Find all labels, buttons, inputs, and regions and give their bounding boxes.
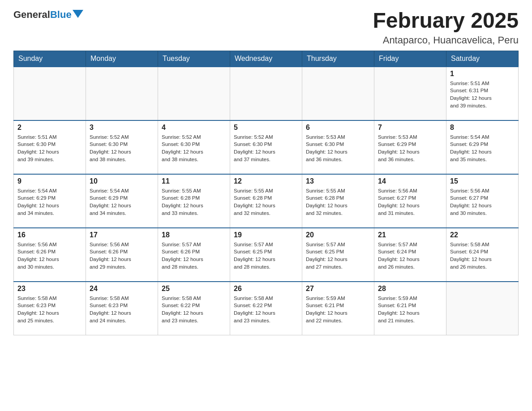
day-number: 19 [234,231,298,239]
day-info: Sunrise: 5:58 AM Sunset: 6:22 PM Dayligh… [162,295,226,325]
day-info: Sunrise: 5:58 AM Sunset: 6:22 PM Dayligh… [234,295,298,325]
day-number: 2 [17,124,82,132]
logo: GeneralBlue [13,9,83,21]
day-number: 16 [17,231,82,239]
day-info: Sunrise: 5:51 AM Sunset: 6:30 PM Dayligh… [17,133,82,163]
day-info: Sunrise: 5:58 AM Sunset: 6:23 PM Dayligh… [90,295,154,325]
day-info: Sunrise: 5:58 AM Sunset: 6:23 PM Dayligh… [17,295,82,325]
day-info: Sunrise: 5:52 AM Sunset: 6:30 PM Dayligh… [90,133,154,163]
calendar-week-row: 16Sunrise: 5:56 AM Sunset: 6:26 PM Dayli… [14,228,519,282]
day-info: Sunrise: 5:56 AM Sunset: 6:26 PM Dayligh… [90,241,154,271]
calendar-cell: 7Sunrise: 5:53 AM Sunset: 6:29 PM Daylig… [374,120,446,174]
calendar-cell: 20Sunrise: 5:57 AM Sunset: 6:25 PM Dayli… [302,228,374,282]
calendar-cell: 23Sunrise: 5:58 AM Sunset: 6:23 PM Dayli… [14,282,86,335]
day-number: 6 [306,124,370,132]
day-number: 10 [90,177,154,185]
day-number: 14 [378,177,442,185]
calendar-table: SundayMondayTuesdayWednesdayThursdayFrid… [13,51,519,336]
day-number: 20 [306,231,370,239]
calendar-cell: 10Sunrise: 5:54 AM Sunset: 6:29 PM Dayli… [86,174,158,228]
header-saturday: Saturday [446,51,519,67]
calendar-cell: 3Sunrise: 5:52 AM Sunset: 6:30 PM Daylig… [86,120,158,174]
day-info: Sunrise: 5:56 AM Sunset: 6:27 PM Dayligh… [378,187,442,217]
day-number: 9 [17,177,82,185]
day-info: Sunrise: 5:54 AM Sunset: 6:29 PM Dayligh… [17,187,82,217]
day-info: Sunrise: 5:57 AM Sunset: 6:25 PM Dayligh… [306,241,370,271]
calendar-cell: 6Sunrise: 5:53 AM Sunset: 6:30 PM Daylig… [302,120,374,174]
calendar-cell: 22Sunrise: 5:58 AM Sunset: 6:24 PM Dayli… [446,228,519,282]
calendar-cell: 19Sunrise: 5:57 AM Sunset: 6:25 PM Dayli… [230,228,302,282]
day-number: 11 [162,177,226,185]
logo-icon [73,10,83,18]
calendar-cell: 13Sunrise: 5:55 AM Sunset: 6:28 PM Dayli… [302,174,374,228]
day-info: Sunrise: 5:53 AM Sunset: 6:30 PM Dayligh… [306,133,370,163]
day-info: Sunrise: 5:55 AM Sunset: 6:28 PM Dayligh… [306,187,370,217]
day-number: 18 [162,231,226,239]
calendar-cell: 28Sunrise: 5:59 AM Sunset: 6:21 PM Dayli… [374,282,446,335]
calendar-cell: 27Sunrise: 5:59 AM Sunset: 6:21 PM Dayli… [302,282,374,335]
header-tuesday: Tuesday [158,51,230,67]
header-monday: Monday [86,51,158,67]
page-header: GeneralBlue February 2025 Antaparco, Hua… [13,9,519,46]
day-number: 23 [17,285,82,293]
calendar-cell: 17Sunrise: 5:56 AM Sunset: 6:26 PM Dayli… [86,228,158,282]
day-info: Sunrise: 5:54 AM Sunset: 6:29 PM Dayligh… [450,133,515,163]
calendar-cell [86,67,158,120]
header-wednesday: Wednesday [230,51,302,67]
logo-text: GeneralBlue [13,9,72,21]
day-number: 12 [234,177,298,185]
day-number: 24 [90,285,154,293]
calendar-cell: 9Sunrise: 5:54 AM Sunset: 6:29 PM Daylig… [14,174,86,228]
calendar-cell: 25Sunrise: 5:58 AM Sunset: 6:22 PM Dayli… [158,282,230,335]
day-info: Sunrise: 5:57 AM Sunset: 6:24 PM Dayligh… [378,241,442,271]
calendar-week-row: 9Sunrise: 5:54 AM Sunset: 6:29 PM Daylig… [14,174,519,228]
header-sunday: Sunday [14,51,86,67]
day-number: 27 [306,285,370,293]
day-number: 5 [234,124,298,132]
calendar-cell: 21Sunrise: 5:57 AM Sunset: 6:24 PM Dayli… [374,228,446,282]
day-number: 1 [450,70,515,78]
day-info: Sunrise: 5:59 AM Sunset: 6:21 PM Dayligh… [306,295,370,325]
calendar-cell: 15Sunrise: 5:56 AM Sunset: 6:27 PM Dayli… [446,174,519,228]
day-number: 17 [90,231,154,239]
day-number: 13 [306,177,370,185]
day-number: 28 [378,285,442,293]
day-number: 7 [378,124,442,132]
calendar-cell: 16Sunrise: 5:56 AM Sunset: 6:26 PM Dayli… [14,228,86,282]
calendar-cell [158,67,230,120]
header-friday: Friday [374,51,446,67]
day-number: 21 [378,231,442,239]
day-info: Sunrise: 5:52 AM Sunset: 6:30 PM Dayligh… [234,133,298,163]
calendar-cell [230,67,302,120]
calendar-cell: 14Sunrise: 5:56 AM Sunset: 6:27 PM Dayli… [374,174,446,228]
day-info: Sunrise: 5:53 AM Sunset: 6:29 PM Dayligh… [378,133,442,163]
calendar-week-row: 2Sunrise: 5:51 AM Sunset: 6:30 PM Daylig… [14,120,519,174]
day-info: Sunrise: 5:57 AM Sunset: 6:26 PM Dayligh… [162,241,226,271]
day-number: 4 [162,124,226,132]
day-info: Sunrise: 5:57 AM Sunset: 6:25 PM Dayligh… [234,241,298,271]
calendar-cell: 8Sunrise: 5:54 AM Sunset: 6:29 PM Daylig… [446,120,519,174]
day-number: 22 [450,231,515,239]
day-info: Sunrise: 5:56 AM Sunset: 6:26 PM Dayligh… [17,241,82,271]
calendar-cell: 11Sunrise: 5:55 AM Sunset: 6:28 PM Dayli… [158,174,230,228]
day-info: Sunrise: 5:54 AM Sunset: 6:29 PM Dayligh… [90,187,154,217]
calendar-cell: 2Sunrise: 5:51 AM Sunset: 6:30 PM Daylig… [14,120,86,174]
location-subtitle: Antaparco, Huancavelica, Peru [373,34,519,46]
day-number: 25 [162,285,226,293]
header-thursday: Thursday [302,51,374,67]
day-number: 15 [450,177,515,185]
calendar-cell: 5Sunrise: 5:52 AM Sunset: 6:30 PM Daylig… [230,120,302,174]
day-info: Sunrise: 5:55 AM Sunset: 6:28 PM Dayligh… [234,187,298,217]
title-block: February 2025 Antaparco, Huancavelica, P… [373,9,519,46]
calendar-cell: 4Sunrise: 5:52 AM Sunset: 6:30 PM Daylig… [158,120,230,174]
calendar-cell: 1Sunrise: 5:51 AM Sunset: 6:31 PM Daylig… [446,67,519,120]
day-info: Sunrise: 5:55 AM Sunset: 6:28 PM Dayligh… [162,187,226,217]
calendar-week-row: 23Sunrise: 5:58 AM Sunset: 6:23 PM Dayli… [14,282,519,335]
calendar-week-row: 1Sunrise: 5:51 AM Sunset: 6:31 PM Daylig… [14,67,519,120]
day-info: Sunrise: 5:51 AM Sunset: 6:31 PM Dayligh… [450,80,515,110]
calendar-cell [374,67,446,120]
day-info: Sunrise: 5:59 AM Sunset: 6:21 PM Dayligh… [378,295,442,325]
calendar-cell [446,282,519,335]
calendar-cell [302,67,374,120]
month-year-title: February 2025 [373,9,519,33]
